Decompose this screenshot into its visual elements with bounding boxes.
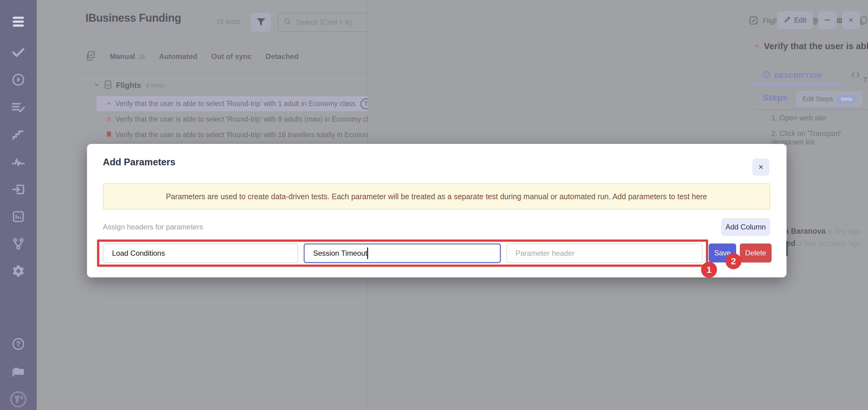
author-meta: na Baranova a day ago xyxy=(780,227,861,236)
import-icon[interactable] xyxy=(0,179,37,200)
detail-tabs: DESCRIPTION CODE TEMPLATE ATTACHMENTS RU… xyxy=(763,68,868,84)
step-item: 1. Open web site xyxy=(771,114,826,122)
steps-divider xyxy=(755,109,868,110)
assign-headers-label: Assign headers for parameters xyxy=(103,223,203,231)
steps-stairs-icon[interactable] xyxy=(0,124,37,145)
annotation-badge-1: 1 xyxy=(701,262,717,278)
priority-critical-icon xyxy=(105,131,112,139)
search-icon xyxy=(284,18,292,27)
add-column-button[interactable]: Add Column xyxy=(721,218,770,236)
funnel-icon xyxy=(256,17,266,28)
annotation-badge-2: 2 xyxy=(725,253,741,269)
app-sidebar: ? xyxy=(0,0,37,410)
test-plans-icon[interactable] xyxy=(0,97,37,118)
code-icon xyxy=(851,71,860,80)
hamburger-menu-icon[interactable] xyxy=(0,11,37,32)
priority-high-icon xyxy=(105,100,112,108)
svg-text:?: ? xyxy=(16,340,21,348)
tab-detached[interactable]: Detached xyxy=(266,52,299,61)
parameter-header-input-3[interactable] xyxy=(506,243,703,263)
app-logo-icon[interactable] xyxy=(0,389,37,410)
projects-folders-icon[interactable] xyxy=(0,361,37,382)
close-icon: × xyxy=(758,163,763,172)
parameter-header-input-2[interactable] xyxy=(304,243,501,263)
close-panel-button[interactable]: × xyxy=(842,11,860,29)
project-tests-count: 18 tests xyxy=(216,18,240,26)
beta-badge: beta xyxy=(837,95,857,103)
tab-out-of-sync[interactable]: Out of sync xyxy=(211,52,251,61)
branches-icon[interactable] xyxy=(0,233,37,255)
chevron-down-icon xyxy=(93,81,100,89)
bulk-select-icon[interactable] xyxy=(86,51,96,62)
header-actions: Edit ••• × xyxy=(777,11,860,29)
info-banner-text: Parameters are used to create data-drive… xyxy=(166,192,707,201)
steps-heading: Steps xyxy=(763,92,788,102)
tab-manual[interactable]: Manual18 xyxy=(110,52,145,61)
run-play-icon[interactable] xyxy=(0,69,37,90)
tab-code-template[interactable]: CODE TEMPLATE xyxy=(851,68,868,84)
priority-high-icon xyxy=(753,42,760,51)
test-row[interactable]: Verify that the user is able to select '… xyxy=(96,112,404,127)
filter-button[interactable] xyxy=(251,13,271,32)
test-title: Verify that the user is able to select '… xyxy=(115,115,368,123)
tests-filter-tabs: Manual18 Automated Out of sync Detached xyxy=(86,51,299,62)
modal-close-button[interactable]: × xyxy=(752,158,769,176)
pencil-icon xyxy=(784,16,791,25)
suite-name: Flights xyxy=(116,81,141,90)
search-input[interactable] xyxy=(296,18,366,27)
updated-meta: lated a few seconds ago xyxy=(778,239,861,248)
test-row[interactable]: Verify that the user is able to select '… xyxy=(96,127,404,142)
help-icon[interactable]: ? xyxy=(0,333,37,355)
suite-tests-count: 6 tests xyxy=(146,82,164,89)
reports-chart-icon[interactable] xyxy=(0,206,37,227)
suite-row-flights[interactable]: Flights 6 tests xyxy=(93,80,164,90)
priority-highest-icon xyxy=(105,116,112,123)
edit-button[interactable]: Edit xyxy=(777,11,813,29)
step-item: 2. Click on 'Transport' dropdown list xyxy=(771,129,868,146)
info-icon xyxy=(763,71,771,81)
more-options-button[interactable]: ••• xyxy=(818,11,837,29)
edit-steps-button[interactable]: Edit Steps beta xyxy=(796,91,863,107)
parameter-header-input-1[interactable] xyxy=(103,243,298,263)
search-box[interactable] xyxy=(278,13,379,32)
delete-button[interactable]: Delete xyxy=(740,243,772,262)
settings-gear-icon[interactable] xyxy=(0,260,37,282)
test-doc-icon xyxy=(749,16,758,27)
modal-title: Add Parameters xyxy=(103,157,176,168)
test-header: Verify that the user is able to select '… xyxy=(753,41,868,52)
tests-check-icon[interactable] xyxy=(0,42,37,63)
active-tab-underline xyxy=(752,83,842,85)
project-title: IBusiness Funding xyxy=(86,11,181,24)
info-banner: Parameters are used to create data-drive… xyxy=(103,183,770,210)
scrollbar-thumb[interactable] xyxy=(786,241,788,256)
tabs-divider xyxy=(73,72,404,72)
pulse-analytics-icon[interactable] xyxy=(0,151,37,173)
test-title-heading: Verify that the user is able to select '… xyxy=(764,41,868,52)
text-cursor xyxy=(367,247,368,259)
tab-automated[interactable]: Automated xyxy=(159,52,197,61)
test-title: Verify that the user is able to select '… xyxy=(115,131,368,139)
test-row[interactable]: Verify that the user is able to select '… xyxy=(96,96,404,111)
suite-doc-icon xyxy=(104,80,112,90)
tab-description[interactable]: DESCRIPTION xyxy=(763,68,822,84)
add-parameters-modal: Add Parameters × Parameters are used to … xyxy=(87,144,786,277)
test-title: Verify that the user is able to select '… xyxy=(115,99,355,108)
